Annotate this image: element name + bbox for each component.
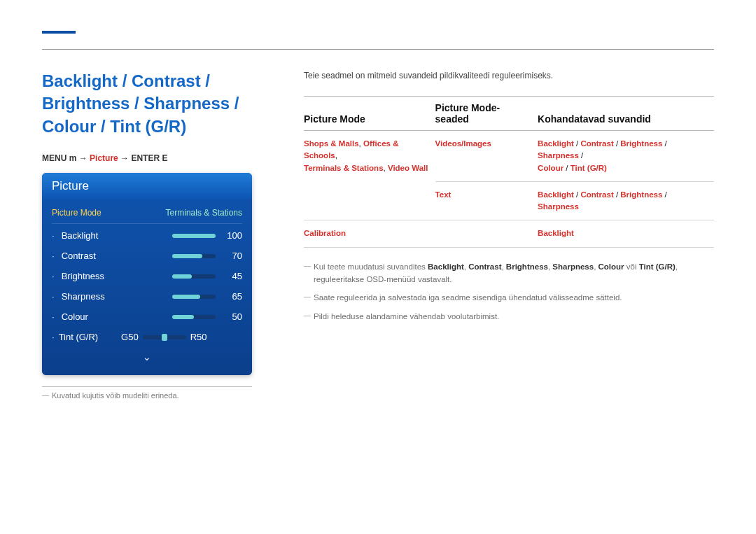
table-row: Shops & Malls, Offices & Schools, Termin…: [304, 131, 714, 182]
top-rule: [42, 49, 714, 50]
image-disclaimer: Kuvatud kujutis võib mudeliti erineda.: [42, 391, 280, 400]
notes-list: Kui teete muudatusi suvandites Backlight…: [304, 260, 714, 323]
osd-row-sharpness[interactable]: · Sharpness 65: [52, 286, 242, 307]
left-column: Backlight / Contrast / Brightness / Shar…: [42, 70, 280, 400]
th-mode-settings: Picture Mode-seaded: [435, 97, 538, 131]
intro-text: Teie seadmel on mitmeid suvandeid pildik…: [304, 71, 714, 80]
osd-row-contrast[interactable]: · Contrast 70: [52, 246, 242, 266]
th-adjustable: Kohandatavad suvandid: [538, 97, 714, 131]
note-item: Kui teete muudatusi suvandites Backlight…: [304, 260, 714, 286]
menu-path: MENU m → Picture → ENTER E: [42, 153, 280, 163]
page-title: Backlight / Contrast / Brightness / Shar…: [42, 70, 280, 138]
right-column: Teie seadmel on mitmeid suvandeid pildik…: [304, 70, 714, 400]
accent-bar: [42, 31, 76, 34]
osd-more-icon[interactable]: ⌄: [52, 347, 242, 363]
note-item: Pildi heleduse alandamine vähendab voolu…: [304, 310, 714, 323]
table-row: Calibration Backlight: [304, 220, 714, 247]
osd-title: Picture: [42, 173, 252, 199]
osd-mode-row[interactable]: Picture Mode Terminals & Stations: [52, 204, 242, 224]
th-picture-mode: Picture Mode: [304, 97, 435, 131]
osd-row-backlight[interactable]: · Backlight 100: [52, 225, 242, 246]
note-divider: [42, 386, 252, 387]
osd-row-colour[interactable]: · Colour 50: [52, 307, 242, 327]
modes-table: Picture Mode Picture Mode-seaded Kohanda…: [304, 96, 714, 248]
osd-row-tint[interactable]: · Tint (G/R) G50 R50: [52, 327, 242, 347]
osd-row-brightness[interactable]: · Brightness 45: [52, 266, 242, 286]
note-item: Saate reguleerida ja salvestada iga sead…: [304, 291, 714, 304]
osd-panel: Picture Picture Mode Terminals & Station…: [42, 173, 252, 375]
